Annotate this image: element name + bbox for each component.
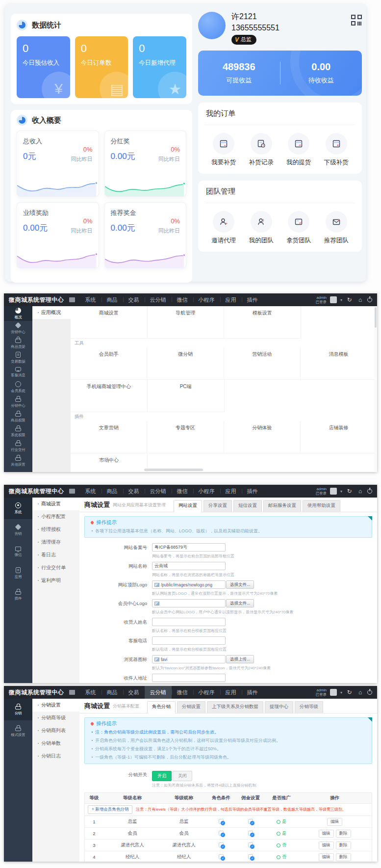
check-icon[interactable] [248, 854, 253, 859]
check-icon[interactable] [248, 831, 253, 836]
nav-item-distribution[interactable]: 云分销 [145, 293, 172, 306]
stat-card-agents[interactable]: 0 今日新增代理 ★ [133, 36, 186, 98]
home-icon[interactable]: ⌂ [356, 297, 364, 303]
tab-sms[interactable]: 短信设置 [233, 500, 262, 512]
module-card[interactable]: 文章营销 [71, 421, 147, 453]
switch-on-button[interactable]: 开启 [152, 771, 172, 781]
withdrawable-block[interactable]: 489836 可提收益 [198, 61, 280, 85]
module-card[interactable]: 导航管理 [148, 306, 225, 339]
nav-item-system[interactable]: 系统 [80, 293, 102, 306]
submenu-item[interactable]: 清理缓存 [32, 536, 79, 549]
module-card[interactable]: 微分销 [147, 347, 224, 380]
refresh-cache-icon[interactable]: ↻ [346, 297, 353, 303]
tab-levels[interactable]: 分销等级 [295, 701, 323, 713]
submenu-item[interactable]: 分销日志 [32, 750, 79, 763]
tab-relations[interactable]: 上下级关系及分销数据 [207, 701, 263, 713]
power-icon[interactable] [367, 297, 372, 302]
home-icon[interactable]: ⌂ [356, 488, 364, 494]
top-logo-input[interactable]: /public/images/newlogo.png [152, 580, 226, 589]
tab-help[interactable]: 使用帮助设置 [303, 500, 340, 512]
nav-item-plugin[interactable]: 插件 [242, 485, 263, 498]
nav-item-distribution[interactable]: 云分销 [145, 686, 172, 699]
home-icon[interactable]: ⌂ [356, 689, 364, 695]
check-icon[interactable] [248, 842, 253, 847]
module-card[interactable]: 会员助手 [71, 347, 147, 380]
rail-item-overview[interactable]: 概况 [4, 306, 32, 321]
rail-item-distribution[interactable]: 分销 [4, 699, 32, 720]
submenu-item[interactable]: 经理授权 [32, 523, 79, 536]
submenu-item-mall-settings[interactable]: 商城设置 [32, 498, 79, 510]
favicon-input[interactable]: favi [152, 655, 226, 663]
pending-block[interactable]: 0.00 待收收益 [280, 61, 362, 85]
rail-item-plugin[interactable]: 插件 [4, 584, 32, 605]
nav-item-miniprogram[interactable]: 小程序 [193, 686, 220, 699]
rail-item-mode[interactable]: 模式设置 [4, 720, 32, 742]
submenu-item[interactable]: 分销商等级 [32, 711, 79, 724]
refresh-cache-icon[interactable]: ↻ [346, 689, 353, 695]
rail-item-locked-2[interactable]: 商品权限 [4, 409, 32, 424]
service-phone-input[interactable] [152, 636, 226, 645]
module-card[interactable]: 分销体验 [224, 421, 301, 453]
nav-item-wechat[interactable]: 微信 [172, 485, 193, 498]
rail-item-app[interactable]: 应用 [4, 562, 32, 584]
nav-item-trade[interactable]: 交易 [123, 293, 145, 306]
module-card[interactable]: 专题专区 [147, 421, 224, 453]
rail-item-marketing[interactable]: 营销中心 [4, 321, 32, 336]
income-card-dividend[interactable]: 分红奖 0.00元 0%同比昨日 [104, 131, 187, 197]
edit-button[interactable]: 编辑 [327, 818, 342, 826]
qr-code-icon[interactable] [351, 15, 362, 26]
module-card[interactable]: 店铺装修 [301, 421, 377, 453]
rail-item-locked-3[interactable]: 系统权限 [4, 424, 32, 439]
tab-withdraw[interactable]: 提现中心 [265, 701, 293, 713]
delete-button[interactable]: 删除 [336, 830, 351, 838]
check-icon[interactable] [219, 831, 224, 836]
nav-item-trade[interactable]: 交易 [123, 485, 145, 498]
module-card[interactable]: PC端 [148, 380, 225, 412]
rail-item-system[interactable]: 系统 [4, 498, 32, 519]
nav-item-system[interactable]: 系统 [80, 686, 102, 699]
rail-item-service[interactable]: 客服消息 [4, 365, 32, 380]
nav-item-system[interactable]: 系统 [80, 485, 102, 498]
nav-item-distribution[interactable]: 云分销 [145, 485, 172, 498]
nav-item-miniprogram[interactable]: 小程序 [193, 293, 220, 306]
nav-item-wechat[interactable]: 微信 [172, 686, 193, 699]
submenu-item-dist-settings[interactable]: 分销设置 [32, 699, 79, 711]
nav-item-app[interactable]: 应用 [220, 293, 242, 306]
tab-dist-settings[interactable]: 分销设置 [177, 701, 205, 713]
income-card-performance[interactable]: 业绩奖励 0.00元 0%同比昨日 [17, 202, 99, 268]
choose-upload-button[interactable]: 选择上传... [226, 655, 254, 663]
add-role-button[interactable]: + 新增会员角色分销 [88, 805, 132, 814]
rail-item-locked-4[interactable]: 行业交付 [4, 439, 32, 453]
edit-button[interactable]: 编辑 [319, 830, 334, 838]
avatar[interactable] [198, 12, 226, 39]
chevron-down-icon[interactable]: ▾ [340, 298, 342, 302]
rail-item-goods[interactable]: 商品货架 [4, 336, 32, 350]
nav-item-goods[interactable]: 商品 [102, 686, 123, 699]
rail-item-member[interactable]: 会员系统 [4, 380, 32, 395]
rail-item-trade[interactable]: 交易数据 [4, 350, 32, 365]
nav-item-miniprogram[interactable]: 小程序 [193, 485, 220, 498]
site-name-input[interactable] [152, 562, 226, 570]
user-avatar[interactable] [330, 689, 337, 696]
icp-input[interactable] [152, 543, 226, 552]
submenu-item[interactable]: 行业交付单 [32, 561, 79, 574]
power-icon[interactable] [367, 489, 372, 494]
user-avatar[interactable] [330, 488, 337, 495]
tab-role-distribution[interactable]: 角色分销 [147, 701, 176, 713]
nav-item-wechat[interactable]: 微信 [172, 293, 193, 306]
submenu-item[interactable]: 分销单数 [32, 737, 79, 750]
refresh-cache-icon[interactable]: ↻ [346, 488, 353, 494]
rail-item-locked-5[interactable]: 其他设置 [4, 453, 32, 468]
module-card[interactable]: 模板设置 [224, 306, 301, 339]
nav-item-goods[interactable]: 商品 [102, 293, 123, 306]
check-icon[interactable] [219, 842, 224, 847]
user-avatar[interactable] [330, 296, 337, 303]
team-item-invite[interactable]: 邀请代理 [205, 211, 243, 245]
address-input[interactable] [152, 674, 226, 682]
module-card[interactable]: 营销活动 [224, 347, 301, 380]
check-icon[interactable] [248, 819, 253, 824]
submenu-item[interactable]: 看日志 [32, 549, 79, 561]
order-item-sub-restock[interactable]: 下级补货 [318, 133, 356, 167]
tab-website[interactable]: 网站设置 [174, 500, 202, 512]
team-item-referral-team[interactable]: 推荐团队 [318, 211, 356, 245]
